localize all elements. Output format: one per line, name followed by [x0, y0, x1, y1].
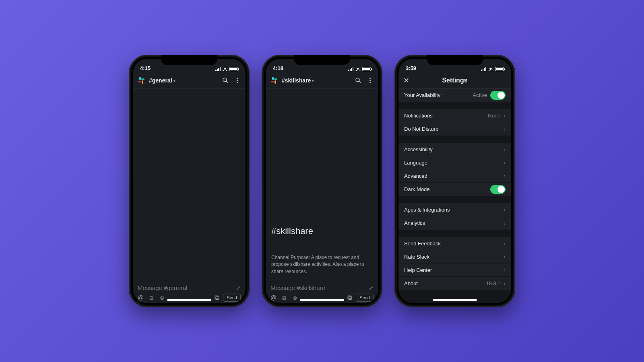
phone-general: 4:15 #general ▾ ⤢ [129, 55, 250, 307]
chevron-right-icon: › [504, 220, 506, 226]
channel-switcher[interactable]: #general ▾ [149, 77, 217, 84]
row-darkmode[interactable]: Dark Mode [398, 183, 511, 196]
row-availability[interactable]: Your Availability Active [398, 88, 511, 102]
message-list[interactable] [133, 88, 246, 281]
row-language[interactable]: Language › [398, 156, 511, 169]
row-label: Advanced [404, 173, 427, 179]
emoji-icon[interactable]: ☺ [159, 294, 165, 301]
status-time: 4:18 [273, 65, 283, 71]
notch [161, 55, 217, 65]
chevron-right-icon: › [504, 146, 506, 152]
signal-icon [348, 67, 353, 71]
availability-toggle[interactable] [490, 91, 506, 100]
settings-title: Settings [398, 77, 511, 84]
row-label: Rate Slack [404, 254, 429, 260]
svg-point-2 [356, 78, 359, 82]
slack-logo-icon[interactable] [270, 77, 278, 84]
wifi-icon [355, 67, 361, 71]
status-time: 3:59 [406, 65, 416, 71]
row-about[interactable]: About 19.3.1 › [398, 277, 511, 290]
camera-icon[interactable]: ⧉ [347, 294, 352, 301]
close-icon[interactable]: ✕ [403, 76, 409, 85]
wifi-icon [222, 67, 228, 71]
channel-intro-title: #skillshare [271, 226, 373, 237]
message-list[interactable]: #skillshare Channel Purpose: A place to … [266, 88, 378, 281]
settings-list[interactable]: Your Availability Active Notifications N… [398, 88, 511, 303]
battery-icon [362, 67, 371, 71]
darkmode-toggle[interactable] [490, 185, 506, 194]
notifications-value: None [488, 113, 500, 119]
notch [294, 55, 350, 65]
about-version: 19.3.1 [486, 280, 500, 286]
row-label: Your Availability [404, 92, 440, 98]
channel-switcher[interactable]: #skillshare ▾ [282, 77, 350, 84]
more-icon[interactable] [366, 78, 374, 83]
channel-name: #general [149, 77, 172, 84]
mention-icon[interactable]: @ [138, 294, 144, 301]
row-rate[interactable]: Rate Slack › [398, 250, 511, 263]
row-analytics[interactable]: Analytics › [398, 216, 511, 230]
expand-icon[interactable]: ⤢ [236, 285, 241, 291]
camera-icon[interactable]: ⧉ [215, 294, 219, 301]
battery-icon [495, 67, 504, 71]
message-input[interactable] [138, 284, 236, 291]
chevron-right-icon: › [504, 126, 506, 132]
row-apps[interactable]: Apps & Integrations › [398, 203, 511, 216]
chevron-right-icon: › [504, 112, 506, 119]
row-label: Language [404, 160, 427, 166]
row-advanced[interactable]: Advanced › [398, 169, 511, 183]
channel-intro: #skillshare Channel Purpose: A place to … [266, 226, 378, 281]
row-label: Notifications [404, 113, 433, 119]
row-dnd[interactable]: Do Not Disturb › [398, 122, 511, 136]
chevron-right-icon: › [504, 267, 506, 273]
expand-icon[interactable]: ⤢ [369, 285, 374, 291]
mention-icon[interactable]: @ [270, 294, 277, 301]
row-label: Send Feedback [404, 241, 441, 247]
row-notifications[interactable]: Notifications None › [398, 109, 511, 122]
availability-value: Active [473, 92, 487, 98]
row-accessibility[interactable]: Accessibility › [398, 143, 511, 156]
row-label: Help Center [404, 267, 432, 273]
chevron-right-icon: › [504, 253, 506, 260]
settings-header: ✕ Settings [398, 72, 511, 88]
slack-logo-icon[interactable] [138, 77, 145, 84]
battery-icon [229, 67, 238, 71]
chevron-right-icon: › [504, 159, 506, 166]
row-label: About [404, 280, 418, 286]
format-icon[interactable]: ⧄ [282, 294, 286, 301]
home-indicator[interactable] [300, 299, 344, 301]
send-button[interactable]: Send [356, 294, 374, 302]
notch [427, 55, 483, 65]
more-icon[interactable] [233, 78, 241, 83]
emoji-icon[interactable]: ☺ [292, 294, 298, 301]
channel-purpose: Channel Purpose: A place to request and … [271, 254, 373, 275]
phone-settings: 3:59 ✕ Settings Your Availability Active [394, 55, 515, 307]
home-indicator[interactable] [433, 299, 477, 301]
row-feedback[interactable]: Send Feedback › [398, 237, 511, 250]
row-label: Analytics [404, 220, 425, 226]
format-icon[interactable]: ⧄ [149, 294, 153, 301]
search-icon[interactable] [354, 76, 362, 84]
chevron-down-icon: ▾ [312, 79, 314, 83]
status-time: 4:15 [140, 65, 151, 71]
channel-header: #general ▾ [133, 72, 246, 88]
row-help[interactable]: Help Center › [398, 263, 511, 277]
chevron-right-icon: › [504, 240, 506, 247]
svg-point-0 [223, 78, 227, 82]
signal-icon [215, 67, 221, 71]
row-label: Do Not Disturb [404, 126, 438, 132]
message-input[interactable] [270, 284, 369, 291]
chevron-down-icon: ▾ [173, 79, 175, 83]
svg-line-3 [359, 81, 361, 83]
phone-skillshare: 4:18 #skillshare ▾ #skillshare Channel P… [262, 55, 382, 307]
row-label: Accessibility [404, 146, 433, 152]
send-button[interactable]: Send [223, 294, 241, 302]
row-label: Dark Mode [404, 186, 430, 192]
channel-name: #skillshare [282, 77, 311, 84]
svg-line-1 [226, 81, 228, 83]
home-indicator[interactable] [167, 299, 211, 301]
row-label: Apps & Integrations [404, 207, 450, 213]
search-icon[interactable] [221, 76, 229, 84]
channel-header: #skillshare ▾ [266, 72, 378, 88]
chevron-right-icon: › [504, 206, 506, 213]
